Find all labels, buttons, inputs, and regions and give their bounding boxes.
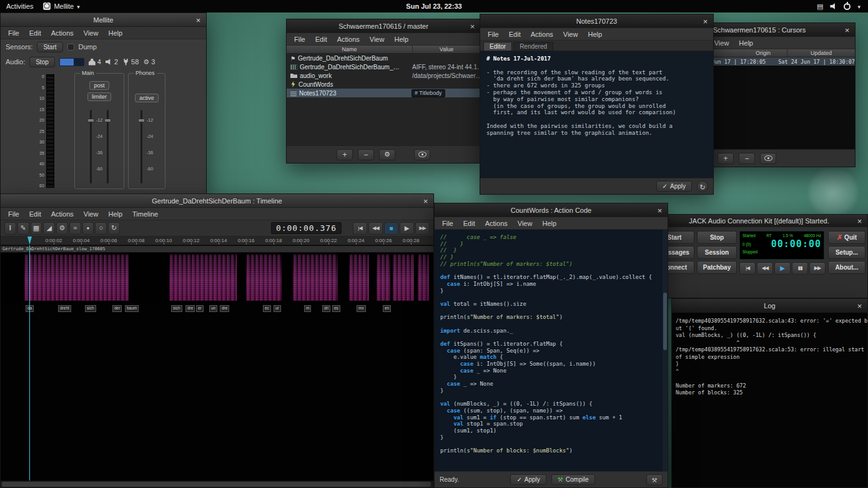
word-region[interactable]: baum (125, 305, 139, 312)
tab-editor[interactable]: Editor (483, 42, 512, 51)
word-region[interactable]: es (332, 305, 340, 312)
edit-tool[interactable] (17, 222, 29, 235)
loop-tool[interactable] (108, 222, 120, 235)
timeline-canvas[interactable]: Gertrude_DaDrehtSichDerBaum_slow_170605 … (1, 245, 433, 481)
remove-button[interactable] (358, 149, 374, 160)
table-row-selected[interactable]: Notes170723 # Titlebody (287, 89, 480, 97)
word-region[interactable]: ec (263, 305, 271, 312)
menu-item[interactable]: Help (537, 218, 561, 228)
jack-go-to-start-button[interactable] (739, 262, 756, 275)
remove-button[interactable] (739, 153, 755, 164)
edit-button[interactable] (379, 149, 395, 160)
scrollbar-thumb[interactable] (2, 482, 431, 487)
title-bar[interactable]: Schwaermen170615 / master (287, 19, 480, 33)
menu-item[interactable]: File (437, 218, 458, 228)
stop-button[interactable] (384, 222, 398, 235)
word-region[interactable]: dri (322, 305, 330, 312)
table-row[interactable]: audio_work /data/projects/Schwaer… (287, 71, 480, 80)
build-button[interactable] (646, 474, 663, 486)
close-icon[interactable] (655, 205, 664, 215)
app-menu[interactable]: Mellite (43, 2, 79, 10)
menu-item[interactable]: Timeline (127, 209, 163, 219)
menu-item[interactable]: View (365, 34, 390, 44)
play-button[interactable] (400, 222, 414, 235)
object-tool[interactable] (31, 222, 42, 235)
sensors-start-button[interactable]: Start (37, 42, 62, 52)
code-editor[interactable]: // case _ => false// }// }// }// println… (435, 230, 663, 471)
patchbay-button[interactable]: Patchbay (697, 261, 737, 274)
close-icon[interactable] (855, 301, 864, 310)
limiter-toggle[interactable]: limiter (87, 92, 111, 101)
word-region[interactable]: der (112, 305, 122, 312)
stop-button[interactable]: Stop (697, 231, 737, 244)
menu-item[interactable]: Actions (46, 28, 79, 38)
view-button[interactable] (414, 149, 430, 160)
word-region[interactable]: ur (274, 305, 281, 312)
about-button[interactable]: About... (828, 261, 866, 274)
word-region[interactable]: m (304, 305, 311, 312)
close-icon[interactable] (194, 15, 203, 24)
scrollbar-thumb[interactable] (663, 293, 667, 351)
menu-item[interactable]: Help (734, 38, 758, 48)
horizontal-scrollbar[interactable] (1, 481, 433, 487)
menu-item[interactable]: File (289, 34, 310, 44)
menu-item[interactable]: Help (389, 34, 413, 44)
word-region[interactable]: dreht (58, 305, 71, 312)
system-tray[interactable] (817, 2, 868, 11)
menu-item[interactable]: File (3, 28, 24, 38)
tab-rendered[interactable]: Rendered (513, 42, 553, 51)
menu-item[interactable]: Actions (526, 29, 558, 39)
main-gain-slider[interactable] (90, 110, 92, 183)
column-header-value[interactable]: Value (413, 46, 480, 53)
apply-button[interactable]: Apply (656, 181, 692, 192)
menu-item[interactable]: Actions (332, 34, 365, 44)
post-toggle[interactable]: post (89, 81, 109, 90)
region-strip[interactable]: Gertrude_DaDrehtSichDerBaum_slow_170605 (1, 246, 433, 253)
active-toggle[interactable]: active (135, 94, 159, 102)
audition-tool[interactable] (95, 222, 107, 235)
word-region[interactable]: er (196, 305, 204, 312)
menu-item[interactable]: Edit (504, 29, 526, 39)
title-bar[interactable]: JACK Audio Connection Kit [(default)] St… (651, 215, 867, 227)
close-icon[interactable] (468, 21, 477, 31)
menu-item[interactable]: File (483, 29, 504, 39)
menu-item[interactable]: File (3, 209, 24, 219)
fade-tool[interactable] (43, 222, 55, 235)
slider-handle[interactable] (87, 119, 94, 122)
column-header-name[interactable]: Name (287, 46, 413, 53)
notes-editor[interactable]: # Notes 17-Jul-2017- the recording of th… (480, 51, 713, 178)
menu-item[interactable]: Help (103, 28, 127, 38)
menu-item[interactable]: View (79, 28, 104, 38)
menu-item[interactable]: Edit (24, 28, 46, 38)
title-bar[interactable]: Notes170723 (480, 14, 713, 28)
word-region[interactable]: en (383, 305, 391, 312)
add-button[interactable] (337, 149, 353, 160)
phones-gain-slider[interactable] (141, 110, 142, 183)
table-row[interactable]: Gertrude_DaDrehtSichDerBaum (287, 54, 480, 62)
slider-handle[interactable] (138, 119, 145, 122)
jack-pause-button[interactable] (792, 262, 808, 275)
title-bar[interactable]: CountWords : Action Code (435, 203, 668, 217)
menu-item[interactable]: Edit (310, 34, 332, 44)
timeline-ruler[interactable]: 0:00:020:00:040:00:060:00:080:00:100:00:… (1, 237, 433, 245)
rewind-button[interactable] (368, 222, 383, 235)
close-icon[interactable] (842, 25, 852, 34)
title-bar[interactable]: Log (672, 299, 867, 313)
quit-button[interactable]: Quit (828, 231, 866, 244)
log-console[interactable]: /tmp/temp4038955419758917632.scala:43: e… (672, 313, 867, 487)
column-header-updated[interactable]: Updated (787, 49, 855, 57)
close-icon[interactable] (701, 16, 710, 26)
compile-button[interactable]: Compile (551, 474, 595, 485)
menu-item[interactable]: View (513, 218, 538, 228)
refresh-button[interactable] (697, 181, 708, 192)
mute-tool[interactable] (82, 222, 94, 235)
go-to-start-button[interactable] (353, 222, 367, 235)
menu-item[interactable]: View (79, 209, 104, 219)
mix-tool[interactable] (69, 222, 81, 235)
title-bar[interactable]: Gertrude_DaDrehtSichDerBaum : Timeline (1, 194, 433, 208)
menu-item[interactable]: Actions (46, 209, 79, 219)
word-region[interactable]: dre (185, 305, 195, 312)
menu-item[interactable]: Edit (24, 209, 46, 219)
jack-play-button[interactable] (774, 262, 791, 275)
jack-rewind-button[interactable] (757, 262, 773, 275)
